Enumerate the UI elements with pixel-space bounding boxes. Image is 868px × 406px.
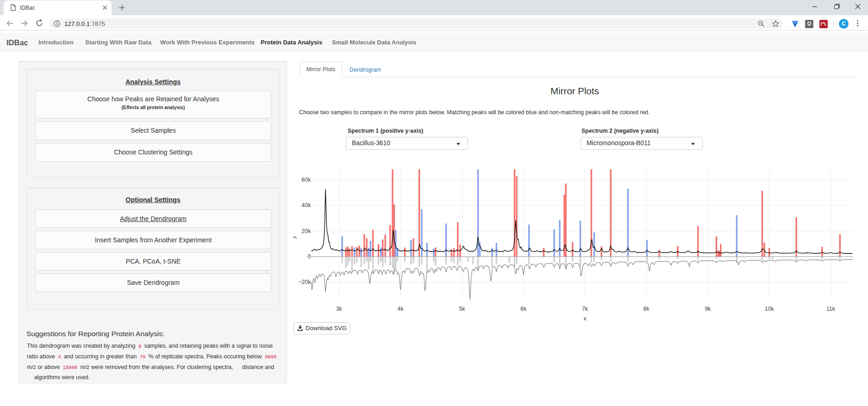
svg-text:4k: 4k — [398, 306, 404, 312]
svg-text:11k: 11k — [826, 306, 836, 312]
svg-text:8k: 8k — [643, 306, 650, 312]
svg-text:7k: 7k — [582, 306, 588, 312]
svg-text:−20k: −20k — [298, 279, 311, 285]
svg-text:10k: 10k — [765, 306, 774, 312]
svg-text:6k: 6k — [520, 306, 527, 312]
svg-text:9k: 9k — [705, 306, 711, 312]
svg-text:60k: 60k — [301, 177, 311, 183]
svg-text:40k: 40k — [301, 202, 311, 209]
svg-text:3k: 3k — [336, 306, 343, 312]
svg-text:20k: 20k — [301, 228, 311, 234]
svg-text:y: y — [293, 235, 297, 239]
svg-text:0: 0 — [307, 253, 311, 260]
svg-text:x: x — [583, 315, 587, 322]
svg-text:5k: 5k — [459, 306, 465, 312]
